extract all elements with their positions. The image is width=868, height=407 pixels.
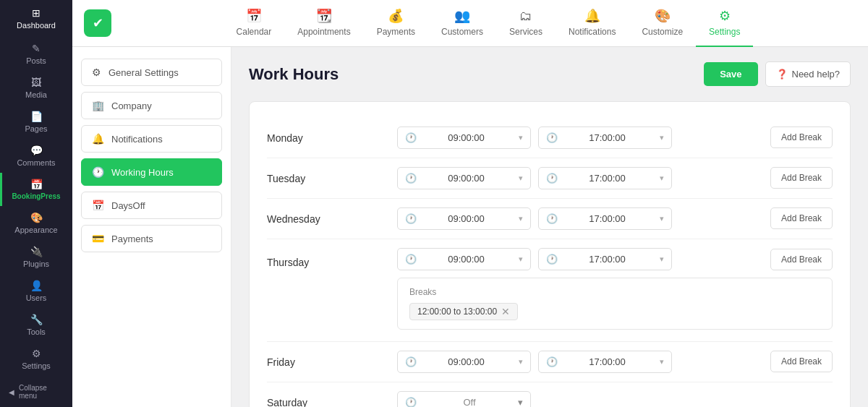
sidebar-item-dashboard[interactable]: ⊞ Dashboard	[0, 0, 72, 37]
clock-icon: 🕐	[405, 397, 417, 407]
wednesday-time-fields: 🕐 09:00:00 ▾ 🕐 17:00:00 ▾	[397, 207, 756, 230]
logo-icon: ✔	[93, 15, 103, 31]
nav-settings[interactable]: ⚙ Settings	[696, 0, 753, 47]
payments-nav-icon: 💰	[388, 8, 404, 24]
break-time: 12:00:00 to 13:00:00	[417, 307, 497, 317]
sidebar-item-tools[interactable]: 🔧 Tools	[0, 308, 72, 342]
nav-customize[interactable]: 🎨 Customize	[629, 0, 696, 47]
pages-icon: 📄	[30, 111, 43, 122]
nav-items: 📅 Calendar 📆 Appointments 💰 Payments 👥 C…	[116, 0, 861, 47]
customers-nav-icon: 👥	[454, 8, 470, 24]
help-button[interactable]: ❓ Need help?	[765, 61, 851, 87]
services-nav-icon: 🗂	[519, 9, 532, 24]
help-icon: ❓	[776, 69, 788, 80]
sidebar-item-posts[interactable]: ✎ Posts	[0, 37, 72, 71]
sidebar-item-media[interactable]: 🖼 Media	[0, 71, 72, 105]
nav-appointments[interactable]: 📆 Appointments	[284, 0, 363, 47]
sidebar-item-comments[interactable]: 💬 Comments	[0, 139, 72, 173]
monday-row: Monday 🕐 09:00:00 ▾ 🕐 17:00:00 ▾	[267, 119, 833, 156]
menu-payments[interactable]: 💳 Payments	[81, 225, 222, 252]
chevron-icon: ▾	[660, 173, 664, 183]
menu-general-settings[interactable]: ⚙ General Settings	[81, 59, 222, 86]
calendar-nav-icon: 📅	[246, 8, 262, 24]
thursday-add-break[interactable]: Add Break	[770, 249, 833, 270]
tuesday-end-time[interactable]: 🕐 17:00:00 ▾	[538, 167, 672, 189]
breaks-panel: Breaks 12:00:00 to 13:00:00 ✕	[397, 278, 833, 330]
collapse-menu[interactable]: ◀ Collapse menu	[0, 377, 72, 407]
wednesday-end-time[interactable]: 🕐 17:00:00 ▾	[538, 207, 672, 230]
friday-time-fields: 🕐 09:00:00 ▾ 🕐 17:00:00 ▾	[397, 351, 756, 373]
media-icon: 🖼	[31, 77, 41, 88]
clock-icon: 🕐	[546, 132, 558, 143]
remove-break-button[interactable]: ✕	[501, 307, 510, 317]
menu-working-hours[interactable]: 🕐 Working Hours	[81, 158, 222, 186]
friday-start-time[interactable]: 🕐 09:00:00 ▾	[397, 351, 531, 373]
saturday-off-select[interactable]: 🕐 Off ▾	[397, 391, 531, 407]
tuesday-label: Tuesday	[267, 167, 383, 184]
work-hours-card: Monday 🕐 09:00:00 ▾ 🕐 17:00:00 ▾	[249, 101, 851, 407]
comments-icon: 💬	[30, 145, 43, 156]
panel-header: Work Hours Save ❓ Need help?	[249, 61, 851, 87]
clock-icon: 🕐	[405, 173, 417, 184]
nav-customers[interactable]: 👥 Customers	[428, 0, 496, 47]
sidebar-item-settings[interactable]: ⚙ Settings	[0, 342, 72, 376]
company-icon: 🏢	[92, 100, 104, 111]
nav-services[interactable]: 🗂 Services	[496, 0, 556, 47]
page-title: Work Hours	[249, 65, 339, 84]
saturday-row: Saturday 🕐 Off ▾	[267, 384, 833, 407]
clock-icon: 🕐	[546, 213, 558, 224]
payments-menu-icon: 💳	[92, 233, 104, 244]
thursday-breaks-area: Breaks 12:00:00 to 13:00:00 ✕	[397, 275, 833, 333]
tuesday-add-break[interactable]: Add Break	[770, 167, 833, 189]
clock-icon: 🕐	[405, 356, 417, 367]
monday-add-break[interactable]: Add Break	[770, 127, 833, 148]
appointments-nav-icon: 📆	[316, 8, 332, 24]
monday-end-time[interactable]: 🕐 17:00:00 ▾	[538, 127, 672, 149]
sidebar-item-appearance[interactable]: 🎨 Appearance	[0, 206, 72, 240]
bookingpress-icon: 📅	[30, 179, 43, 190]
clock-icon: 🕐	[405, 132, 417, 143]
monday-start-time[interactable]: 🕐 09:00:00 ▾	[397, 127, 531, 149]
wednesday-start-time[interactable]: 🕐 09:00:00 ▾	[397, 207, 531, 230]
posts-icon: ✎	[32, 43, 41, 54]
sidebar-item-users[interactable]: 👤 Users	[0, 274, 72, 308]
logo-box: ✔	[84, 9, 111, 37]
saturday-time-fields: 🕐 Off ▾	[397, 391, 833, 407]
working-hours-icon: 🕐	[92, 166, 104, 178]
thursday-end-time[interactable]: 🕐 17:00:00 ▾	[538, 248, 672, 270]
wednesday-add-break[interactable]: Add Break	[770, 207, 833, 229]
thursday-time-fields: 🕐 09:00:00 ▾ 🕐 17:00:00 ▾	[397, 248, 756, 270]
monday-label: Monday	[267, 127, 383, 144]
sidebar-item-plugins[interactable]: 🔌 Plugins	[0, 240, 72, 274]
nav-payments[interactable]: 💰 Payments	[364, 0, 428, 47]
tuesday-time-fields: 🕐 09:00:00 ▾ 🕐 17:00:00 ▾	[397, 167, 756, 189]
friday-end-time[interactable]: 🕐 17:00:00 ▾	[538, 351, 672, 373]
tuesday-start-time[interactable]: 🕐 09:00:00 ▾	[397, 167, 531, 189]
sidebar-item-pages[interactable]: 📄 Pages	[0, 105, 72, 139]
chevron-icon: ▾	[660, 254, 664, 264]
clock-icon: 🕐	[546, 356, 558, 367]
chevron-icon: ▾	[519, 173, 523, 183]
appearance-icon: 🎨	[30, 212, 43, 223]
menu-company[interactable]: 🏢 Company	[81, 92, 222, 119]
daysoff-icon: 📅	[92, 200, 104, 211]
nav-notifications[interactable]: 🔔 Notifications	[556, 0, 629, 47]
logo-area: ✔	[80, 9, 116, 37]
tools-icon: 🔧	[30, 314, 43, 325]
clock-icon: 🕐	[405, 213, 417, 224]
nav-calendar[interactable]: 📅 Calendar	[224, 0, 285, 47]
friday-row: Friday 🕐 09:00:00 ▾ 🕐 17:00:00 ▾	[267, 343, 833, 380]
friday-add-break[interactable]: Add Break	[770, 351, 833, 372]
save-button[interactable]: Save	[704, 62, 757, 86]
sidebar-item-bookingpress[interactable]: 📅 BookingPress	[0, 173, 72, 206]
settings-nav-icon: ⚙	[719, 8, 731, 24]
menu-notifications[interactable]: 🔔 Notifications	[81, 125, 222, 153]
thursday-label: Thursday	[267, 251, 383, 268]
monday-time-fields: 🕐 09:00:00 ▾ 🕐 17:00:00 ▾	[397, 127, 756, 149]
menu-daysoff[interactable]: 📅 DaysOff	[81, 192, 222, 219]
break-tag: 12:00:00 to 13:00:00 ✕	[409, 303, 518, 320]
chevron-icon: ▾	[660, 133, 664, 142]
thursday-start-time[interactable]: 🕐 09:00:00 ▾	[397, 248, 531, 270]
plugins-icon: 🔌	[30, 246, 43, 257]
users-icon: 👤	[30, 280, 43, 291]
